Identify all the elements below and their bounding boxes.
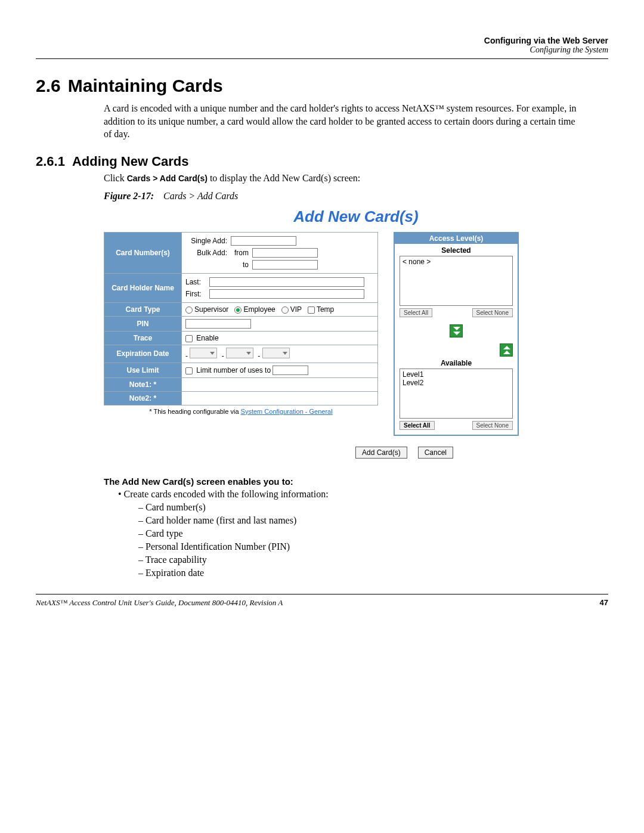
header-section: Configuring the System	[36, 45, 608, 55]
row-trace: Trace	[104, 331, 182, 345]
selected-label: Selected	[395, 244, 518, 256]
form-panel: Card Number(s) Single Add: Bulk Add: fro…	[104, 232, 378, 415]
list-item: Card number(s)	[138, 501, 608, 514]
list-item: Card holder name (first and last names)	[138, 514, 608, 527]
page-number: 47	[600, 598, 608, 608]
row-card-numbers: Card Number(s)	[104, 232, 182, 273]
employee-radio[interactable]	[234, 306, 242, 314]
click-instruction: Click Cards > Add Card(s) to display the…	[104, 173, 608, 184]
trace-enable-checkbox[interactable]	[185, 335, 193, 342]
move-down-button[interactable]	[450, 324, 463, 337]
bulk-from-input[interactable]	[252, 248, 318, 258]
section-number: 2.6	[36, 76, 61, 95]
row-note2: Note2: *	[104, 391, 182, 405]
figure-caption: Figure 2-17: Cards > Add Cards	[104, 191, 608, 202]
access-levels-panel: Access Level(s) Selected < none > Select…	[394, 232, 519, 436]
footer-doc: NetAXS™ Access Control Unit User's Guide…	[36, 598, 283, 608]
bulk-to-label: to	[231, 261, 249, 269]
section-title: Maintaining Cards	[68, 76, 223, 95]
row-note1: Note1: *	[104, 377, 182, 391]
row-expiration: Expiration Date	[104, 345, 182, 363]
supervisor-radio[interactable]	[185, 306, 193, 314]
footnote-link[interactable]: System Configuration - General	[241, 408, 333, 415]
list-item[interactable]: Level1	[402, 370, 510, 379]
available-label: Available	[395, 357, 518, 368]
last-label: Last:	[185, 278, 206, 286]
row-card-type: Card Type	[104, 302, 182, 316]
list-item[interactable]: Level2	[402, 379, 510, 387]
ui-path: Cards > Add Card(s)	[127, 174, 208, 183]
available-select-all-button[interactable]: Select All	[400, 421, 435, 430]
bulk-add-label: Bulk Add:	[185, 249, 227, 257]
selected-select-all-button[interactable]: Select All	[400, 308, 432, 317]
access-levels-title: Access Level(s)	[395, 233, 518, 244]
footer-rule	[36, 594, 608, 594]
exp-month-select[interactable]	[190, 348, 217, 358]
row-card-holder: Card Holder Name	[104, 273, 182, 302]
header-chapter: Configuring via the Web Server	[36, 36, 608, 45]
screenshot-title: Add New Card(s)	[104, 208, 608, 226]
selected-select-none-button[interactable]: Select None	[472, 308, 513, 317]
exp-year-select[interactable]	[262, 348, 290, 358]
form-footnote: * This heading configurable via System C…	[104, 408, 378, 415]
bulk-to-input[interactable]	[252, 260, 318, 270]
list-item: Trace capability	[138, 553, 608, 566]
add-cards-button[interactable]: Add Card(s)	[355, 447, 407, 459]
list-item: Create cards encoded with the following …	[118, 489, 608, 580]
available-listbox[interactable]: Level1 Level2	[400, 368, 513, 419]
move-up-button[interactable]	[500, 343, 513, 357]
row-pin: PIN	[104, 316, 182, 331]
list-item: Personal Identification Number (PIN)	[138, 540, 608, 553]
temp-checkbox[interactable]	[308, 306, 315, 314]
form-buttons-row: Add Card(s) Cancel	[104, 447, 608, 459]
use-limit-checkbox[interactable]	[185, 367, 193, 374]
page-header: Configuring via the Web Server Configuri…	[36, 36, 608, 55]
selected-listbox[interactable]: < none >	[400, 256, 513, 306]
header-rule	[36, 58, 608, 59]
section-body: A card is encoded with a unique number a…	[104, 102, 584, 141]
pin-input[interactable]	[185, 319, 251, 329]
list-item: Expiration date	[138, 566, 608, 580]
first-label: First:	[185, 290, 206, 298]
subsection-number: 2.6.1	[36, 154, 65, 169]
embedded-screenshot: Add New Card(s) Card Number(s) Single Ad…	[104, 208, 608, 436]
enables-heading: The Add New Card(s) screen enables you t…	[104, 476, 608, 487]
selected-none: < none >	[402, 258, 510, 266]
first-name-input[interactable]	[209, 289, 364, 299]
cancel-button[interactable]: Cancel	[418, 447, 453, 459]
list-item: Card type	[138, 527, 608, 540]
single-add-label: Single Add:	[185, 237, 227, 245]
subsection-title: Adding New Cards	[72, 154, 189, 169]
enables-list: Create cards encoded with the following …	[118, 489, 608, 580]
last-name-input[interactable]	[209, 277, 364, 287]
single-add-input[interactable]	[231, 236, 296, 246]
available-select-none-button[interactable]: Select None	[472, 421, 513, 430]
bulk-from-label: from	[231, 249, 249, 257]
row-use-limit: Use Limit	[104, 363, 182, 377]
section-heading: 2.6Maintaining Cards	[36, 76, 608, 96]
page-footer: NetAXS™ Access Control Unit User's Guide…	[36, 598, 608, 608]
subsection-heading: 2.6.1Adding New Cards	[36, 154, 608, 169]
exp-day-select[interactable]	[226, 348, 253, 358]
use-limit-input[interactable]	[273, 366, 308, 375]
vip-radio[interactable]	[281, 306, 289, 314]
card-form-table: Card Number(s) Single Add: Bulk Add: fro…	[104, 232, 378, 405]
